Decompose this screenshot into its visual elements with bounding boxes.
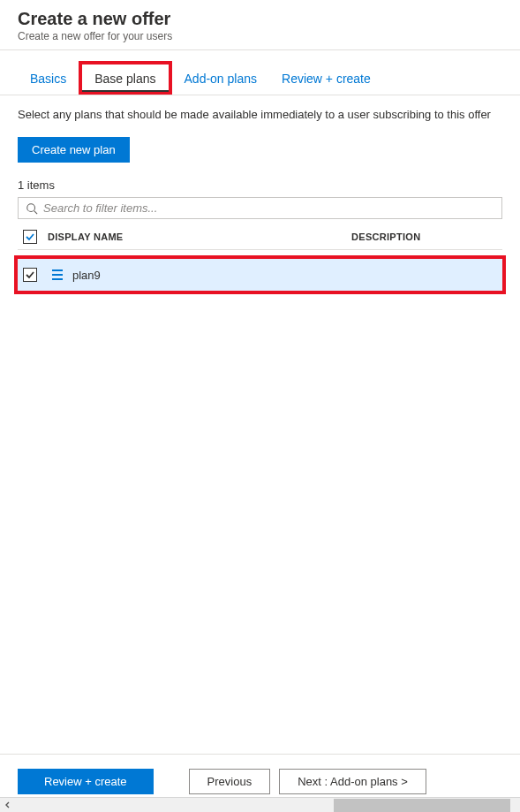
scrollbar-thumb[interactable]	[334, 799, 510, 812]
content-area: Select any plans that should be made ava…	[0, 95, 520, 294]
tab-description: Select any plans that should be made ava…	[18, 108, 502, 121]
page-title: Create a new offer	[18, 9, 502, 29]
horizontal-scrollbar[interactable]	[0, 797, 520, 812]
page-header: Create a new offer Create a new offer fo…	[0, 0, 520, 50]
search-icon	[26, 202, 38, 215]
tab-base-plans[interactable]: Base plans	[79, 61, 171, 95]
column-header-display-name[interactable]: DISPLAY NAME	[42, 231, 351, 242]
previous-button[interactable]: Previous	[189, 769, 271, 794]
page-subtitle: Create a new offer for your users	[18, 30, 502, 42]
tab-basics[interactable]: Basics	[18, 65, 79, 95]
next-button[interactable]: Next : Add-on plans >	[279, 769, 426, 794]
column-header-description[interactable]: DESCRIPTION	[351, 231, 502, 242]
review-create-button[interactable]: Review + create	[18, 769, 154, 794]
tab-review-create[interactable]: Review + create	[269, 65, 383, 95]
plan-icon	[48, 268, 64, 282]
scroll-left-icon[interactable]	[0, 798, 15, 813]
table-row[interactable]: plan9	[14, 255, 506, 294]
item-count-label: 1 items	[18, 178, 502, 192]
svg-line-1	[34, 210, 38, 214]
search-input[interactable]	[43, 201, 494, 215]
tab-addon-plans[interactable]: Add-on plans	[172, 65, 270, 95]
footer-bar: Review + create Previous Next : Add-on p…	[0, 754, 520, 794]
svg-point-0	[27, 203, 35, 211]
row-checkbox[interactable]	[23, 268, 37, 282]
tab-bar: Basics Base plans Add-on plans Review + …	[0, 65, 520, 95]
table-header-row: DISPLAY NAME DESCRIPTION	[18, 223, 502, 250]
row-display-name: plan9	[72, 269, 101, 282]
search-container	[18, 197, 502, 219]
create-new-plan-button[interactable]: Create new plan	[18, 137, 130, 163]
select-all-checkbox[interactable]	[23, 230, 37, 244]
